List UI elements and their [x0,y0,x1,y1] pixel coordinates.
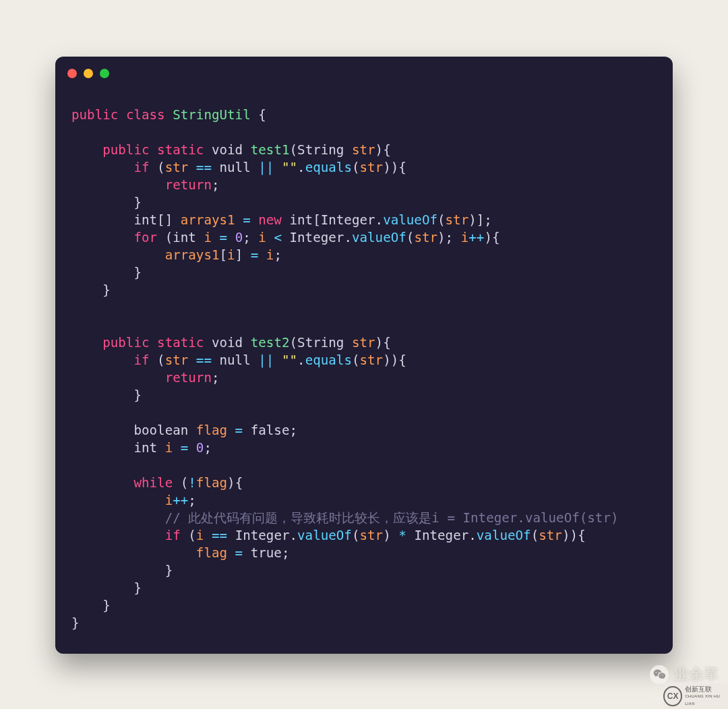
dot: . [375,212,384,228]
paren: )){ [383,160,406,175]
semi: ; [188,493,196,508]
kw-public: public [102,335,149,350]
corner-logo: CX 创新互联 CHUANG XIN HU LIAN [663,683,728,709]
paren: ( [352,352,360,368]
method-name: test2 [251,335,290,350]
false: false [251,423,290,438]
semi: ; [212,177,220,193]
ret-type: void [212,142,243,158]
comment-line: // 此处代码有问题，导致耗时比较长，应该是i = Integer.valueO… [165,510,619,526]
close: )){ [562,528,586,543]
equals-call: equals [305,160,352,175]
close-dot-icon[interactable] [67,69,77,78]
Integer: Integer [414,528,468,543]
idx-close: ] [235,247,251,263]
op-or: || [251,352,282,368]
brace: } [71,615,80,631]
kw-public: public [71,107,118,123]
brace: } [133,580,142,596]
string-lit: "" [282,160,297,175]
arg: str [414,230,437,245]
corner-text: 创新互联 CHUANG XIN HU LIAN [685,685,728,708]
op-eq: == [188,160,219,175]
zero: 0 [235,230,243,245]
paren: ( [352,160,360,175]
dot: . [468,528,477,543]
cx-badge-icon: CX [663,686,682,706]
param-type: String [297,142,344,158]
flag: flag [196,545,227,561]
kw-if: if [133,160,149,175]
var: str [165,352,189,368]
assign: = [251,247,266,263]
brace: } [133,195,142,210]
int: int [133,440,164,456]
window-traffic-lights [67,69,109,78]
semi: ; [243,230,258,245]
kw-if: if [165,528,181,543]
star: * [398,528,414,543]
dot: . [344,230,352,245]
var-i: i [266,247,274,263]
paren: ( [406,230,415,245]
semi: ; [204,440,212,456]
paren: )){ [383,352,406,368]
assign: = [227,423,251,438]
bang: ! [188,475,196,491]
op-assign: = [235,212,259,228]
var-i: i [227,247,235,263]
var: str [165,160,189,175]
paren: ( [150,160,165,175]
var-i: i [204,230,212,245]
paren: ( [437,212,446,228]
tail: ){ [375,335,391,350]
tail: ){ [484,230,499,245]
close: ); [437,230,461,245]
kw-while: while [133,475,173,491]
boolean: boolean [133,423,195,438]
op-eq: == [188,352,219,368]
paren: ( [173,475,188,491]
corner-line1: 创新互联 [685,685,728,693]
paren: ( [352,528,360,543]
brace: } [102,598,111,613]
Integer: Integer [235,528,290,543]
paren: ( [157,230,173,245]
valueOf: valueOf [477,528,531,543]
wechat-icon [650,665,669,684]
flag: flag [196,475,227,491]
close: ) [383,528,398,543]
brace: } [165,563,173,578]
intarr: int[] [133,212,180,228]
arg: str [360,160,384,175]
flag: flag [196,423,227,438]
paren: ( [150,352,165,368]
var: arrays1 [181,212,235,228]
minimize-dot-icon[interactable] [84,69,93,78]
param-name: str [352,142,375,158]
idx-open: [ [220,247,228,263]
pp: ++ [173,493,188,508]
method-name: test1 [251,142,290,158]
class-name: StringUtil [173,107,251,123]
var-i: i [461,230,469,245]
arg: str [360,528,384,543]
kw-return: return [165,370,212,386]
corner-line2: CHUANG XIN HU LIAN [685,693,728,708]
arg: str [539,528,562,543]
arg: str [360,352,384,368]
valueOf: valueOf [352,230,406,245]
var-i: i [165,440,173,456]
int-bracket: int[ [282,212,321,228]
kw-static: static [157,142,204,158]
watermark-text: 业余草 [674,665,719,685]
valueOf: valueOf [383,212,437,228]
zoom-dot-icon[interactable] [100,69,109,78]
close: )]; [468,212,492,228]
var-i: i [258,230,266,245]
Integer: Integer [321,212,375,228]
ret-type: void [212,335,243,350]
int: int [173,230,204,245]
arg: str [446,212,469,228]
op-or: || [251,160,282,175]
